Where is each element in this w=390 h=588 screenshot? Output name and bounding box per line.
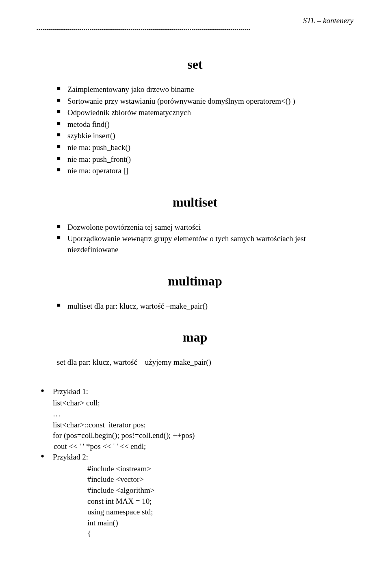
code-line: {: [87, 528, 353, 539]
list-item: nie ma: push_back(): [57, 142, 353, 153]
list-item: multiset dla par: klucz, wartość –make_p…: [57, 301, 353, 312]
list-item: Sortowanie przy wstawianiu (porównywanie…: [57, 96, 353, 107]
code-line: list<char> coll;: [53, 398, 353, 409]
section-content-map: set dla par: klucz, wartość – użyjemy ma…: [57, 357, 353, 368]
list-item: Odpowiednik zbiorów matematycznych: [57, 107, 353, 118]
section-title-multiset: multiset: [37, 195, 353, 210]
code-line: using namespace std;: [87, 507, 353, 518]
page-header-label: STL – kontenery: [37, 16, 353, 25]
section-title-multimap: multimap: [37, 274, 353, 289]
section-title-set: set: [37, 57, 353, 72]
code-line: for (pos=coll.begin(); pos!=coll.end(); …: [53, 430, 353, 441]
code-line: int main(): [87, 518, 353, 529]
list-item: metoda find(): [57, 119, 353, 130]
code-line: #include <vector>: [87, 474, 353, 485]
code-line: const int MAX = 10;: [87, 496, 353, 507]
code-line: cout << ' ' *pos << ' ' << endl;: [54, 441, 353, 452]
examples-section: Przykład 1: list<char> coll; … list<char…: [41, 386, 353, 539]
section-content-set: Zaimplementowany jako drzewo binarne Sor…: [57, 84, 353, 176]
section-content-multiset: Dozwolone powtórzenia tej samej wartości…: [57, 222, 353, 255]
list-item: nie ma: push_front(): [57, 154, 353, 165]
example-label-1: Przykład 1:: [41, 386, 353, 397]
list-item: nie ma: operatora []: [57, 166, 353, 176]
section-title-map: map: [37, 330, 353, 345]
list-item: Uporządkowanie wewnątrz grupy elementów …: [57, 233, 353, 255]
code-line: #include <iostream>: [87, 464, 353, 475]
list-item: szybkie insert(): [57, 131, 353, 142]
code-line: list<char>::const_iterator pos;: [53, 420, 353, 431]
code-line: …: [53, 409, 353, 420]
code-line: #include <algorithm>: [87, 485, 353, 496]
horizontal-divider: ----------------------------------------…: [37, 26, 353, 33]
example-label-2: Przykład 2:: [41, 452, 353, 463]
list-item: Dozwolone powtórzenia tej samej wartości: [57, 222, 353, 233]
list-item: Zaimplementowany jako drzewo binarne: [57, 84, 353, 95]
section-content-multimap: multiset dla par: klucz, wartość –make_p…: [57, 301, 353, 312]
